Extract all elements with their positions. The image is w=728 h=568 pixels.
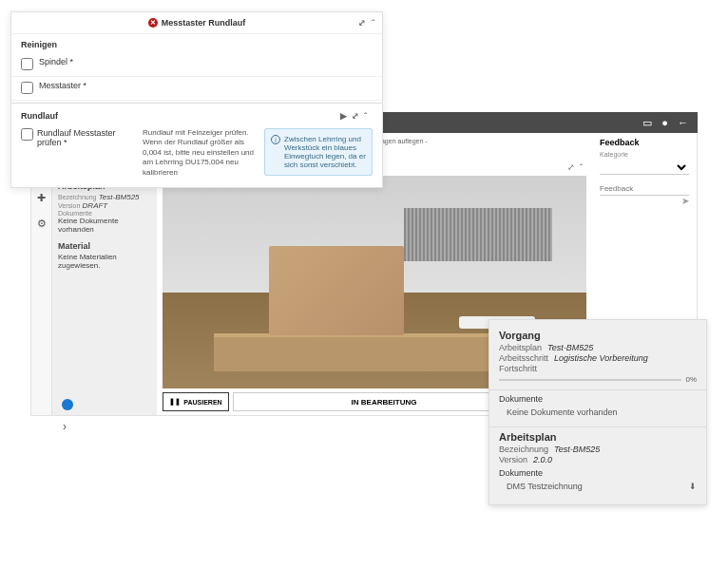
progress-row: 0% bbox=[499, 375, 697, 384]
material-title: Material bbox=[58, 241, 151, 251]
checkbox-messtaster[interactable] bbox=[21, 82, 33, 94]
back-icon[interactable]: ← bbox=[678, 117, 688, 128]
expand-chevron-icon[interactable]: › bbox=[63, 420, 67, 433]
tools-icon[interactable]: ✚ bbox=[37, 192, 46, 204]
kategorie-select[interactable] bbox=[600, 160, 689, 175]
feedback-title: Feedback bbox=[600, 138, 689, 147]
kategorie-label: Kategorie bbox=[600, 151, 689, 158]
caret-icon[interactable]: ˆ bbox=[372, 18, 374, 28]
vorgang-title: Vorgang bbox=[499, 330, 697, 341]
material-none: Keine Materialien zugewiesen. bbox=[58, 253, 151, 270]
checklist-item-spindel[interactable]: Spindel * bbox=[11, 53, 382, 77]
checkbox-rundlauf[interactable] bbox=[21, 128, 33, 141]
blue-indicator-dot[interactable] bbox=[62, 399, 73, 410]
feedback-input[interactable] bbox=[600, 182, 689, 196]
reinigen-title: Reinigen bbox=[11, 34, 382, 53]
checkbox-spindel[interactable] bbox=[21, 58, 33, 70]
status-circle-icon: ✕ bbox=[148, 18, 158, 28]
rundlauf-detail-row: Rundlauf Messtaster prüfen * Rundlauf mi… bbox=[11, 124, 382, 187]
settings-icon[interactable]: ⚙ bbox=[37, 218, 47, 230]
dokumente-none: Keine Dokumente vorhanden bbox=[499, 404, 697, 423]
panel-header: ✕ Messtaster Rundlauf ⤢ˆ bbox=[11, 12, 382, 34]
caret-icon[interactable]: ˆ bbox=[364, 111, 367, 121]
fullscreen-icon[interactable]: ⤢ bbox=[567, 162, 575, 172]
arbeitsplan-title-c: Arbeitsplan bbox=[499, 431, 697, 443]
dokumente-section: Dokumente bbox=[499, 394, 697, 404]
pause-button[interactable]: ❚❚PAUSIEREN bbox=[163, 392, 229, 411]
download-icon[interactable]: ⬇ bbox=[689, 482, 697, 491]
info-icon: i bbox=[271, 135, 280, 144]
chat-icon[interactable]: ▭ bbox=[642, 117, 652, 129]
account-icon[interactable]: ● bbox=[661, 117, 668, 128]
info-callout: i Zwischen Lehrring und Werkstück ein bl… bbox=[264, 128, 373, 176]
rundlauf-title: Rundlauf ▶⤢ˆ bbox=[11, 105, 382, 124]
vorgang-detail-panel: Vorgang ArbeitsplanTest-BM525 Arbeitssch… bbox=[489, 319, 707, 505]
fullscreen-icon[interactable]: ⤢ bbox=[358, 18, 366, 28]
fullscreen-icon[interactable]: ⤢ bbox=[352, 111, 359, 121]
dms-row[interactable]: DMS Testzeichnung ⬇ bbox=[499, 478, 697, 497]
rundlauf-description: Rundlauf mit Feinzeiger prüfen. Wenn der… bbox=[143, 128, 257, 178]
panel-title: Messtaster Rundlauf bbox=[162, 18, 246, 28]
caret-icon[interactable]: ˆ bbox=[580, 162, 583, 172]
checklist-panel: ✕ Messtaster Rundlauf ⤢ˆ Reinigen Spinde… bbox=[10, 11, 383, 188]
send-icon[interactable]: ➤ bbox=[681, 196, 689, 206]
play-icon[interactable]: ▶ bbox=[340, 111, 347, 121]
checklist-item-messtaster[interactable]: Messtaster * bbox=[11, 77, 382, 101]
